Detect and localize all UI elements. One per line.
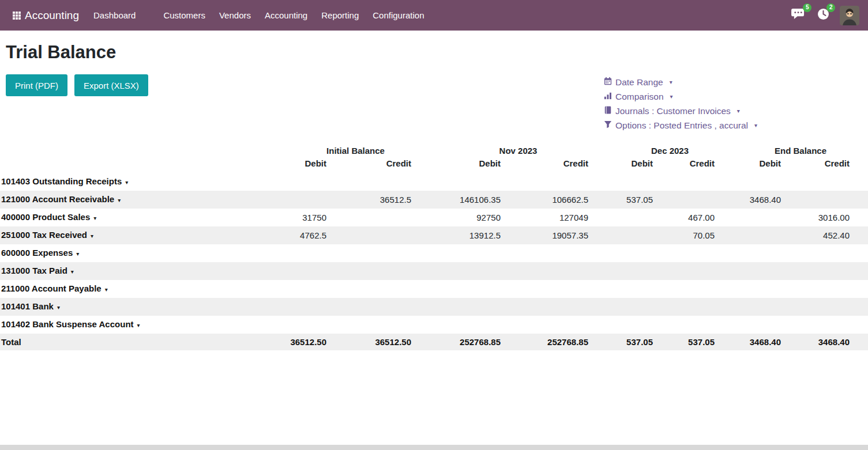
value-cell: [591, 262, 655, 280]
messages-button[interactable]: 5: [790, 6, 807, 24]
value-cell: 537.05: [591, 191, 655, 209]
chevron-down-icon[interactable]: ▾: [105, 281, 108, 298]
value-cell: [414, 262, 503, 280]
total-label-cell: Total: [0, 334, 265, 350]
value-cell: [503, 244, 591, 262]
value-cell: [783, 280, 868, 298]
account-name: 251000 Tax Received: [1, 230, 87, 240]
value-cell: [414, 173, 503, 191]
print-pdf-button[interactable]: Print (PDF): [6, 74, 67, 96]
subheader-row: Debit Credit Debit Credit Debit Credit D…: [0, 158, 868, 173]
account-name: 600000 Expenses: [1, 248, 73, 258]
table-row: 400000 Product Sales▾3175092750127049467…: [0, 209, 868, 226]
chevron-down-icon[interactable]: ▾: [137, 317, 140, 334]
value-cell: 3468.40: [783, 334, 868, 350]
group-header-row: Initial Balance Nov 2023 Dec 2023 End Ba…: [0, 143, 868, 158]
value-cell: [591, 173, 655, 191]
account-name: 400000 Product Sales: [1, 212, 90, 222]
account-cell[interactable]: 251000 Tax Received▾: [0, 226, 265, 244]
value-cell: [591, 244, 655, 262]
value-cell: [265, 244, 329, 262]
value-cell: [655, 298, 717, 316]
chevron-down-icon[interactable]: ▾: [93, 210, 96, 226]
value-cell: 70.05: [655, 226, 717, 244]
column-group-dec-2023: Dec 2023: [591, 143, 717, 158]
chevron-down-icon[interactable]: ▾: [57, 299, 60, 316]
value-cell: [503, 173, 591, 191]
nav-item-reporting[interactable]: Reporting: [314, 5, 366, 25]
account-name: 101403 Outstanding Receipts: [1, 176, 122, 186]
account-cell[interactable]: 101401 Bank▾: [0, 298, 265, 316]
account-column-subheader: [0, 158, 265, 173]
filter-comparison[interactable]: Comparison ▾: [604, 89, 757, 104]
value-cell: [717, 262, 783, 280]
value-cell: [265, 262, 329, 280]
account-cell[interactable]: 211000 Account Payable▾: [0, 280, 265, 298]
value-cell: [414, 280, 503, 298]
chevron-down-icon[interactable]: ▾: [71, 263, 74, 280]
chevron-down-icon[interactable]: ▾: [125, 174, 128, 191]
chevron-down-icon[interactable]: ▾: [91, 228, 93, 244]
table-row: 211000 Account Payable▾: [0, 280, 868, 298]
value-cell: [503, 262, 591, 280]
credit-header: Credit: [783, 158, 868, 173]
filter-journals[interactable]: Journals : Customer Invoices ▾: [604, 104, 757, 118]
app-brand[interactable]: Accounting: [13, 9, 79, 22]
value-cell: 127049: [503, 209, 591, 226]
chevron-down-icon[interactable]: ▾: [76, 245, 79, 262]
value-cell: 36512.5: [329, 191, 414, 209]
value-cell: [655, 173, 717, 191]
value-cell: 4762.5: [265, 226, 329, 244]
nav-item-accounting[interactable]: Accounting: [258, 5, 314, 25]
activities-button[interactable]: 2: [816, 6, 831, 24]
account-cell[interactable]: 131000 Tax Paid▾: [0, 262, 265, 280]
value-cell: [329, 262, 414, 280]
value-cell: [265, 280, 329, 298]
value-cell: 252768.85: [414, 334, 503, 350]
value-cell: [414, 244, 503, 262]
apps-grid-icon[interactable]: [13, 12, 21, 20]
debit-header: Debit: [717, 158, 783, 173]
export-xlsx-button[interactable]: Export (XLSX): [74, 74, 148, 96]
account-cell[interactable]: 121000 Account Receivable▾: [0, 191, 265, 209]
nav-item-vendors[interactable]: Vendors: [212, 5, 258, 25]
value-cell: [655, 316, 717, 334]
horizontal-scrollbar[interactable]: [0, 445, 868, 450]
value-cell: [783, 173, 868, 191]
account-name: 211000 Account Payable: [1, 283, 102, 293]
account-column-header: [0, 143, 265, 158]
chevron-down-icon: ▾: [754, 122, 757, 128]
account-cell[interactable]: 101402 Bank Suspense Account▾: [0, 316, 265, 334]
account-cell[interactable]: 400000 Product Sales▾: [0, 209, 265, 226]
account-name: 101402 Bank Suspense Account: [1, 319, 134, 329]
calendar-icon: [604, 77, 612, 88]
trial-balance-table: Initial Balance Nov 2023 Dec 2023 End Ba…: [0, 143, 868, 350]
table-row: 101403 Outstanding Receipts▾: [0, 173, 868, 191]
table-header: Initial Balance Nov 2023 Dec 2023 End Ba…: [0, 143, 868, 173]
credit-header: Credit: [329, 158, 414, 173]
value-cell: [655, 191, 717, 209]
debit-header: Debit: [591, 158, 655, 173]
nav-item-dashboard[interactable]: Dashboard: [87, 5, 142, 25]
filter-options[interactable]: Options : Posted Entries , accural ▾: [604, 118, 757, 133]
app-name: Accounting: [25, 9, 79, 22]
activities-badge: 2: [826, 3, 835, 12]
avatar[interactable]: [840, 6, 859, 25]
value-cell: [591, 298, 655, 316]
value-cell: 106662.5: [503, 191, 591, 209]
chevron-down-icon[interactable]: ▾: [118, 192, 121, 209]
nav-item-customers[interactable]: Customers: [156, 5, 212, 25]
journals-icon: [604, 106, 612, 116]
value-cell: [329, 244, 414, 262]
value-cell: [329, 209, 414, 226]
credit-header: Credit: [655, 158, 717, 173]
nav-item-configuration[interactable]: Configuration: [366, 5, 431, 25]
table-row: 121000 Account Receivable▾36512.5146106.…: [0, 191, 868, 209]
account-cell[interactable]: 101403 Outstanding Receipts▾: [0, 173, 265, 191]
filter-label: Journals : Customer Invoices: [615, 106, 731, 116]
table-row: 101402 Bank Suspense Account▾: [0, 316, 868, 334]
value-cell: [329, 316, 414, 334]
value-cell: 31750: [265, 209, 329, 226]
filter-date-range[interactable]: Date Range ▾: [604, 75, 757, 89]
account-cell[interactable]: 600000 Expenses▾: [0, 244, 265, 262]
